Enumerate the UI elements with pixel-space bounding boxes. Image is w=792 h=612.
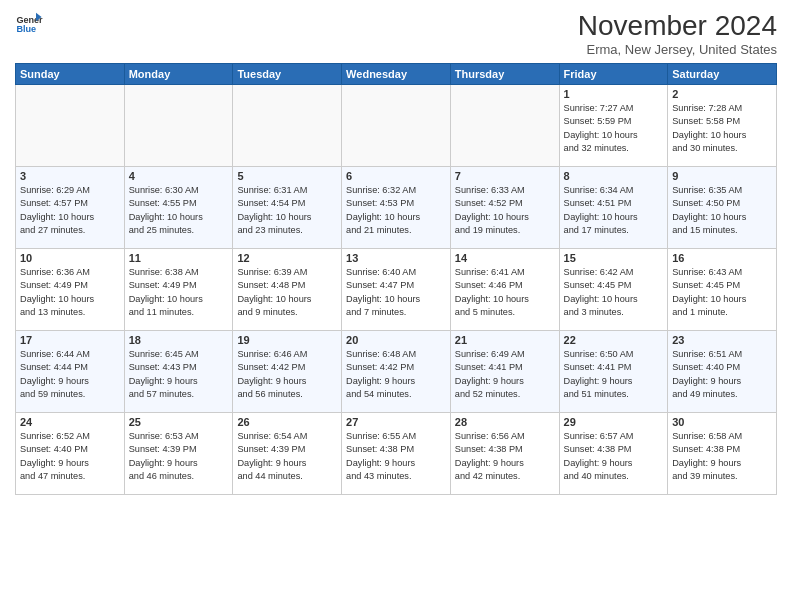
day-number: 23 — [672, 334, 772, 346]
day-number: 12 — [237, 252, 337, 264]
day-info: Sunrise: 6:39 AMSunset: 4:48 PMDaylight:… — [237, 266, 337, 319]
calendar-cell: 29Sunrise: 6:57 AMSunset: 4:38 PMDayligh… — [559, 413, 668, 495]
day-info: Sunrise: 6:29 AMSunset: 4:57 PMDaylight:… — [20, 184, 120, 237]
header-monday: Monday — [124, 64, 233, 85]
day-info: Sunrise: 6:40 AMSunset: 4:47 PMDaylight:… — [346, 266, 446, 319]
calendar-cell: 3Sunrise: 6:29 AMSunset: 4:57 PMDaylight… — [16, 167, 125, 249]
day-info: Sunrise: 6:30 AMSunset: 4:55 PMDaylight:… — [129, 184, 229, 237]
day-info: Sunrise: 6:41 AMSunset: 4:46 PMDaylight:… — [455, 266, 555, 319]
day-info: Sunrise: 6:32 AMSunset: 4:53 PMDaylight:… — [346, 184, 446, 237]
header-friday: Friday — [559, 64, 668, 85]
calendar-week-1: 3Sunrise: 6:29 AMSunset: 4:57 PMDaylight… — [16, 167, 777, 249]
calendar-cell: 9Sunrise: 6:35 AMSunset: 4:50 PMDaylight… — [668, 167, 777, 249]
calendar-cell: 20Sunrise: 6:48 AMSunset: 4:42 PMDayligh… — [342, 331, 451, 413]
calendar-cell — [450, 85, 559, 167]
day-number: 19 — [237, 334, 337, 346]
calendar-cell: 24Sunrise: 6:52 AMSunset: 4:40 PMDayligh… — [16, 413, 125, 495]
calendar-cell — [233, 85, 342, 167]
day-info: Sunrise: 6:38 AMSunset: 4:49 PMDaylight:… — [129, 266, 229, 319]
day-info: Sunrise: 6:49 AMSunset: 4:41 PMDaylight:… — [455, 348, 555, 401]
calendar-cell — [124, 85, 233, 167]
calendar-cell: 21Sunrise: 6:49 AMSunset: 4:41 PMDayligh… — [450, 331, 559, 413]
calendar-cell: 18Sunrise: 6:45 AMSunset: 4:43 PMDayligh… — [124, 331, 233, 413]
day-number: 21 — [455, 334, 555, 346]
day-number: 24 — [20, 416, 120, 428]
calendar-cell: 17Sunrise: 6:44 AMSunset: 4:44 PMDayligh… — [16, 331, 125, 413]
logo: General Blue — [15, 10, 43, 38]
day-info: Sunrise: 6:52 AMSunset: 4:40 PMDaylight:… — [20, 430, 120, 483]
day-number: 17 — [20, 334, 120, 346]
calendar-cell: 22Sunrise: 6:50 AMSunset: 4:41 PMDayligh… — [559, 331, 668, 413]
calendar-week-3: 17Sunrise: 6:44 AMSunset: 4:44 PMDayligh… — [16, 331, 777, 413]
day-info: Sunrise: 6:36 AMSunset: 4:49 PMDaylight:… — [20, 266, 120, 319]
day-number: 7 — [455, 170, 555, 182]
day-info: Sunrise: 6:42 AMSunset: 4:45 PMDaylight:… — [564, 266, 664, 319]
calendar-cell: 12Sunrise: 6:39 AMSunset: 4:48 PMDayligh… — [233, 249, 342, 331]
day-number: 5 — [237, 170, 337, 182]
day-number: 28 — [455, 416, 555, 428]
day-number: 27 — [346, 416, 446, 428]
day-number: 20 — [346, 334, 446, 346]
day-number: 25 — [129, 416, 229, 428]
day-number: 29 — [564, 416, 664, 428]
title-block: November 2024 Erma, New Jersey, United S… — [578, 10, 777, 57]
day-info: Sunrise: 6:53 AMSunset: 4:39 PMDaylight:… — [129, 430, 229, 483]
day-number: 2 — [672, 88, 772, 100]
header-tuesday: Tuesday — [233, 64, 342, 85]
calendar-cell: 23Sunrise: 6:51 AMSunset: 4:40 PMDayligh… — [668, 331, 777, 413]
day-info: Sunrise: 6:34 AMSunset: 4:51 PMDaylight:… — [564, 184, 664, 237]
calendar-cell: 26Sunrise: 6:54 AMSunset: 4:39 PMDayligh… — [233, 413, 342, 495]
day-number: 30 — [672, 416, 772, 428]
day-info: Sunrise: 6:57 AMSunset: 4:38 PMDaylight:… — [564, 430, 664, 483]
calendar-cell: 27Sunrise: 6:55 AMSunset: 4:38 PMDayligh… — [342, 413, 451, 495]
day-info: Sunrise: 6:43 AMSunset: 4:45 PMDaylight:… — [672, 266, 772, 319]
header-thursday: Thursday — [450, 64, 559, 85]
calendar-cell: 7Sunrise: 6:33 AMSunset: 4:52 PMDaylight… — [450, 167, 559, 249]
day-info: Sunrise: 6:46 AMSunset: 4:42 PMDaylight:… — [237, 348, 337, 401]
calendar-cell — [342, 85, 451, 167]
header-sunday: Sunday — [16, 64, 125, 85]
calendar-cell: 28Sunrise: 6:56 AMSunset: 4:38 PMDayligh… — [450, 413, 559, 495]
day-number: 13 — [346, 252, 446, 264]
day-info: Sunrise: 7:27 AMSunset: 5:59 PMDaylight:… — [564, 102, 664, 155]
calendar-week-0: 1Sunrise: 7:27 AMSunset: 5:59 PMDaylight… — [16, 85, 777, 167]
svg-text:Blue: Blue — [16, 24, 36, 34]
day-info: Sunrise: 6:33 AMSunset: 4:52 PMDaylight:… — [455, 184, 555, 237]
day-info: Sunrise: 6:58 AMSunset: 4:38 PMDaylight:… — [672, 430, 772, 483]
day-number: 16 — [672, 252, 772, 264]
day-number: 6 — [346, 170, 446, 182]
location: Erma, New Jersey, United States — [578, 42, 777, 57]
calendar-week-2: 10Sunrise: 6:36 AMSunset: 4:49 PMDayligh… — [16, 249, 777, 331]
calendar-week-4: 24Sunrise: 6:52 AMSunset: 4:40 PMDayligh… — [16, 413, 777, 495]
day-number: 1 — [564, 88, 664, 100]
calendar-cell: 15Sunrise: 6:42 AMSunset: 4:45 PMDayligh… — [559, 249, 668, 331]
day-info: Sunrise: 6:56 AMSunset: 4:38 PMDaylight:… — [455, 430, 555, 483]
day-info: Sunrise: 6:31 AMSunset: 4:54 PMDaylight:… — [237, 184, 337, 237]
calendar-cell: 30Sunrise: 6:58 AMSunset: 4:38 PMDayligh… — [668, 413, 777, 495]
day-number: 15 — [564, 252, 664, 264]
calendar-header-row: Sunday Monday Tuesday Wednesday Thursday… — [16, 64, 777, 85]
day-info: Sunrise: 6:54 AMSunset: 4:39 PMDaylight:… — [237, 430, 337, 483]
calendar-cell: 25Sunrise: 6:53 AMSunset: 4:39 PMDayligh… — [124, 413, 233, 495]
calendar-cell: 2Sunrise: 7:28 AMSunset: 5:58 PMDaylight… — [668, 85, 777, 167]
day-info: Sunrise: 6:50 AMSunset: 4:41 PMDaylight:… — [564, 348, 664, 401]
day-number: 26 — [237, 416, 337, 428]
day-number: 22 — [564, 334, 664, 346]
calendar-cell: 1Sunrise: 7:27 AMSunset: 5:59 PMDaylight… — [559, 85, 668, 167]
page: General Blue November 2024 Erma, New Jer… — [0, 0, 792, 612]
day-number: 10 — [20, 252, 120, 264]
calendar-cell: 8Sunrise: 6:34 AMSunset: 4:51 PMDaylight… — [559, 167, 668, 249]
day-info: Sunrise: 6:45 AMSunset: 4:43 PMDaylight:… — [129, 348, 229, 401]
day-number: 11 — [129, 252, 229, 264]
day-number: 9 — [672, 170, 772, 182]
month-title: November 2024 — [578, 10, 777, 42]
calendar-cell: 14Sunrise: 6:41 AMSunset: 4:46 PMDayligh… — [450, 249, 559, 331]
calendar-cell — [16, 85, 125, 167]
calendar-cell: 5Sunrise: 6:31 AMSunset: 4:54 PMDaylight… — [233, 167, 342, 249]
day-number: 18 — [129, 334, 229, 346]
day-info: Sunrise: 6:51 AMSunset: 4:40 PMDaylight:… — [672, 348, 772, 401]
day-info: Sunrise: 6:48 AMSunset: 4:42 PMDaylight:… — [346, 348, 446, 401]
day-info: Sunrise: 7:28 AMSunset: 5:58 PMDaylight:… — [672, 102, 772, 155]
header-saturday: Saturday — [668, 64, 777, 85]
calendar-cell: 4Sunrise: 6:30 AMSunset: 4:55 PMDaylight… — [124, 167, 233, 249]
